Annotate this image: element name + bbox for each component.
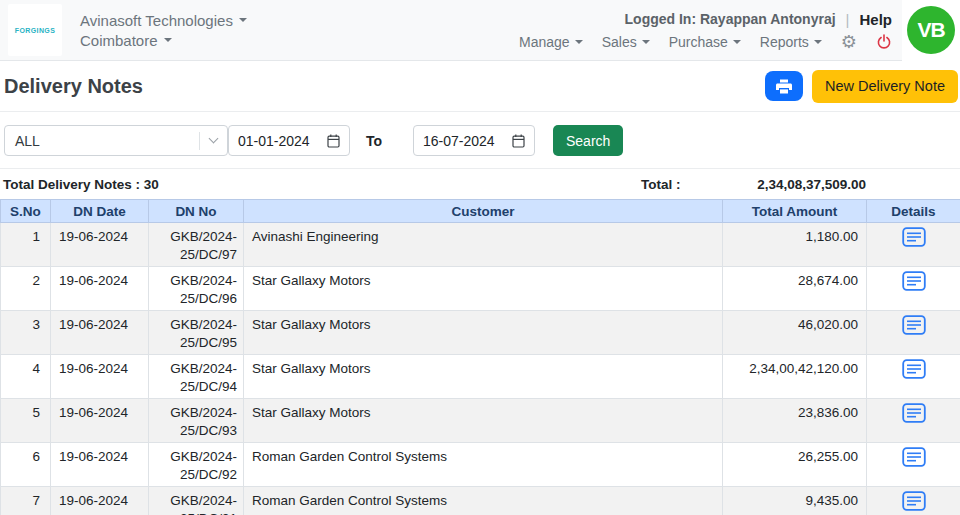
avatar[interactable]: VB	[907, 6, 955, 54]
cell-sno: 7	[1, 487, 51, 515]
cell-details	[867, 487, 960, 515]
note-icon	[902, 271, 926, 291]
page-actions: New Delivery Note	[765, 70, 958, 103]
table-row: 2 19-06-2024 GKB/2024-25/DC/96 Star Gall…	[1, 267, 960, 311]
column-header-dn-date: DN Date	[51, 200, 149, 223]
branch-dropdown[interactable]: Coimbatore	[80, 33, 247, 48]
cell-dn-date: 19-06-2024	[51, 267, 149, 311]
cell-amount: 23,836.00	[723, 399, 867, 443]
note-icon	[902, 447, 926, 467]
type-filter-select[interactable]: ALL	[4, 125, 228, 156]
details-button[interactable]	[902, 359, 926, 379]
type-filter-value: ALL	[15, 133, 40, 149]
totals-row: Total Delivery Notes : 30 Total : 2,34,0…	[0, 173, 960, 199]
column-header-s-no: S.No	[1, 200, 51, 223]
table-body: 1 19-06-2024 GKB/2024-25/DC/97 Avinashi …	[1, 223, 960, 515]
company-logo[interactable]: FORGINGS	[8, 4, 62, 56]
company-selectors: Avinasoft Technologies Coimbatore	[80, 8, 247, 53]
cell-amount: 26,255.00	[723, 443, 867, 487]
nav-item-purchase[interactable]: Purchase	[669, 34, 741, 50]
avatar-container: VB	[902, 0, 960, 61]
cell-dn-no: GKB/2024-25/DC/92	[149, 443, 244, 487]
cell-amount: 1,180.00	[723, 223, 867, 267]
cell-dn-no: GKB/2024-25/DC/96	[149, 267, 244, 311]
table-row: 7 19-06-2024 GKB/2024-25/DC/91 Roman Gar…	[1, 487, 960, 515]
total-amount-value: 2,34,08,37,509.00	[757, 177, 866, 192]
note-icon	[902, 403, 926, 423]
new-delivery-note-button[interactable]: New Delivery Note	[812, 70, 958, 103]
cell-amount: 46,020.00	[723, 311, 867, 355]
power-icon[interactable]	[876, 34, 892, 50]
logo-text: FORGINGS	[15, 27, 56, 34]
cell-details	[867, 267, 960, 311]
column-header-details: Details	[867, 200, 960, 223]
chevron-down-icon	[209, 134, 219, 144]
nav-item-manage[interactable]: Manage	[519, 34, 583, 50]
page-title: Delivery Notes	[4, 75, 143, 98]
cell-dn-no: GKB/2024-25/DC/94	[149, 355, 244, 399]
print-button[interactable]	[765, 71, 803, 101]
cell-dn-date: 19-06-2024	[51, 355, 149, 399]
nav-item-label: Purchase	[669, 34, 728, 50]
details-button[interactable]	[902, 447, 926, 467]
nav-item-sales[interactable]: Sales	[602, 34, 650, 50]
printer-icon	[776, 79, 792, 94]
cell-dn-date: 19-06-2024	[51, 443, 149, 487]
top-bar: FORGINGS Avinasoft Technologies Coimbato…	[0, 0, 960, 61]
cell-dn-date: 19-06-2024	[51, 223, 149, 267]
delivery-notes-page: FORGINGS Avinasoft Technologies Coimbato…	[0, 0, 960, 515]
details-button[interactable]	[902, 315, 926, 335]
chevron-down-icon	[814, 40, 822, 44]
cell-dn-date: 19-06-2024	[51, 399, 149, 443]
cell-sno: 5	[1, 399, 51, 443]
main-nav: ManageSalesPurchaseReports⚙	[519, 34, 892, 50]
cell-details	[867, 443, 960, 487]
cell-dn-no: GKB/2024-25/DC/91	[149, 487, 244, 515]
select-divider	[199, 132, 200, 150]
table-row: 6 19-06-2024 GKB/2024-25/DC/92 Roman Gar…	[1, 443, 960, 487]
details-button[interactable]	[902, 491, 926, 511]
search-button[interactable]: Search	[553, 125, 623, 156]
nav-item-label: Sales	[602, 34, 637, 50]
filter-row: ALL 01-01-2024 To 16-07-2024	[4, 125, 960, 156]
cell-customer: Star Gallaxy Motors	[244, 399, 723, 443]
cell-customer: Avinashi Engineering	[244, 223, 723, 267]
details-button[interactable]	[902, 403, 926, 423]
company-dropdown[interactable]: Avinasoft Technologies	[80, 13, 247, 28]
date-from-input[interactable]: 01-01-2024	[228, 125, 350, 156]
date-to-value: 16-07-2024	[423, 133, 495, 149]
details-button[interactable]	[902, 271, 926, 291]
cell-customer: Star Gallaxy Motors	[244, 267, 723, 311]
chevron-down-icon	[575, 40, 583, 44]
cell-sno: 6	[1, 443, 51, 487]
details-button[interactable]	[902, 227, 926, 247]
date-from-value: 01-01-2024	[238, 133, 310, 149]
cell-sno: 1	[1, 223, 51, 267]
title-row: Delivery Notes New Delivery Note	[0, 61, 960, 112]
date-to-input[interactable]: 16-07-2024	[413, 125, 535, 156]
note-icon	[902, 227, 926, 247]
gear-icon[interactable]: ⚙	[841, 35, 857, 49]
top-right-cluster: Logged In: Rayappan Antonyraj | Help Man…	[519, 11, 892, 50]
table-header-row: S.NoDN DateDN NoCustomerTotal AmountDeta…	[1, 200, 960, 223]
cell-dn-no: GKB/2024-25/DC/95	[149, 311, 244, 355]
table-row: 1 19-06-2024 GKB/2024-25/DC/97 Avinashi …	[1, 223, 960, 267]
branch-name: Coimbatore	[80, 33, 158, 48]
cell-amount: 9,435.00	[723, 487, 867, 515]
nav-item-reports[interactable]: Reports	[760, 34, 822, 50]
cell-customer: Roman Garden Control Systems	[244, 443, 723, 487]
cell-details	[867, 355, 960, 399]
cell-sno: 3	[1, 311, 51, 355]
cell-dn-no: GKB/2024-25/DC/97	[149, 223, 244, 267]
note-icon	[902, 315, 926, 335]
calendar-icon[interactable]	[512, 134, 525, 148]
cell-sno: 4	[1, 355, 51, 399]
divider	[0, 168, 960, 169]
calendar-icon[interactable]	[327, 134, 340, 148]
cell-customer: Star Gallaxy Motors	[244, 355, 723, 399]
help-link[interactable]: Help	[859, 11, 892, 28]
cell-customer: Star Gallaxy Motors	[244, 311, 723, 355]
chevron-down-icon	[642, 40, 650, 44]
cell-dn-date: 19-06-2024	[51, 311, 149, 355]
total-notes-count: Total Delivery Notes : 30	[3, 177, 159, 192]
